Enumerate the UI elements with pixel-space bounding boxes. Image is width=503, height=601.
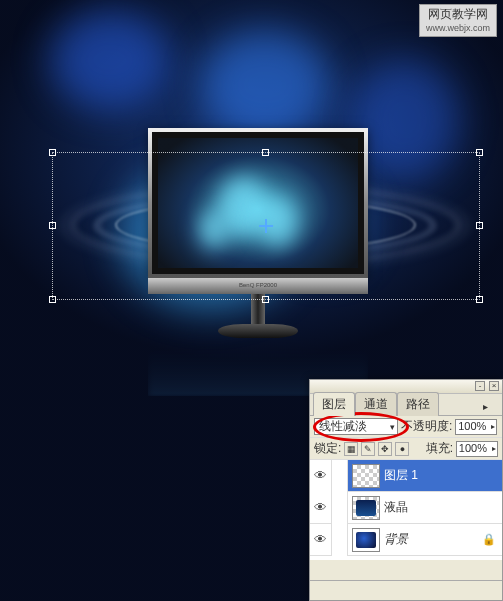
layer-name[interactable]: 液晶 — [384, 499, 502, 516]
transform-center-icon[interactable] — [259, 219, 273, 233]
layers-list: 👁 图层 1 👁 液晶 👁 背景 🔒 — [310, 460, 502, 560]
lock-all-icon[interactable]: ● — [395, 442, 409, 456]
layer-row[interactable]: 👁 液晶 — [310, 492, 502, 524]
opacity-input[interactable]: 100% ▸ — [455, 419, 497, 435]
layer-row[interactable]: 👁 背景 🔒 — [310, 524, 502, 556]
fill-label: 填充: — [426, 440, 453, 457]
transform-handle[interactable] — [262, 296, 269, 303]
transform-handle[interactable] — [49, 222, 56, 229]
lock-position-icon[interactable]: ✥ — [378, 442, 392, 456]
transform-handle[interactable] — [476, 222, 483, 229]
watermark-url: www.webjx.com — [426, 23, 490, 35]
layer-thumbnail[interactable] — [352, 528, 380, 552]
layers-panel: - × 图层 通道 路径 ▸ 线性减淡 ▾ 不透明度: 100% ▸ 锁定: ▦… — [309, 379, 503, 601]
layer-row[interactable]: 👁 图层 1 — [310, 460, 502, 492]
tab-channels[interactable]: 通道 — [355, 392, 397, 416]
opacity-label: 不透明度: — [401, 418, 452, 435]
panel-menu-icon[interactable]: ▸ — [483, 401, 499, 415]
layer-name[interactable]: 背景 — [384, 531, 482, 548]
visibility-eye-icon[interactable]: 👁 — [310, 460, 332, 492]
watermark: 网页教学网 www.webjx.com — [419, 4, 497, 37]
transform-handle[interactable] — [476, 149, 483, 156]
close-button[interactable]: × — [489, 381, 499, 391]
link-column[interactable] — [332, 492, 348, 524]
visibility-eye-icon[interactable]: 👁 — [310, 524, 332, 556]
link-column[interactable] — [332, 460, 348, 492]
minimize-button[interactable]: - — [475, 381, 485, 391]
layer-thumbnail[interactable] — [352, 496, 380, 520]
fill-input[interactable]: 100% ▸ — [456, 441, 498, 457]
transform-handle[interactable] — [476, 296, 483, 303]
lock-label: 锁定: — [314, 440, 341, 457]
transform-handle[interactable] — [49, 296, 56, 303]
watermark-title: 网页教学网 — [426, 7, 490, 23]
layer-thumbnail[interactable] — [352, 464, 380, 488]
transform-handle[interactable] — [262, 149, 269, 156]
blend-mode-value: 线性减淡 — [319, 418, 367, 435]
chevron-right-icon: ▸ — [491, 422, 495, 431]
layer-name[interactable]: 图层 1 — [384, 467, 502, 484]
tab-layers[interactable]: 图层 — [313, 392, 355, 416]
lock-fill-row: 锁定: ▦ ✎ ✥ ● 填充: 100% ▸ — [310, 438, 502, 460]
blend-opacity-row: 线性减淡 ▾ 不透明度: 100% ▸ — [310, 416, 502, 438]
lock-transparency-icon[interactable]: ▦ — [344, 442, 358, 456]
panel-tabs: 图层 通道 路径 ▸ — [310, 394, 502, 416]
chevron-down-icon: ▾ — [390, 422, 395, 432]
transform-handle[interactable] — [49, 149, 56, 156]
blend-mode-select[interactable]: 线性减淡 ▾ — [314, 418, 398, 435]
panel-footer — [310, 580, 502, 600]
lock-paint-icon[interactable]: ✎ — [361, 442, 375, 456]
transform-selection[interactable] — [52, 152, 480, 300]
chevron-right-icon: ▸ — [492, 444, 496, 453]
lock-icon: 🔒 — [482, 533, 496, 546]
visibility-eye-icon[interactable]: 👁 — [310, 492, 332, 524]
link-column[interactable] — [332, 524, 348, 556]
tab-paths[interactable]: 路径 — [397, 392, 439, 416]
